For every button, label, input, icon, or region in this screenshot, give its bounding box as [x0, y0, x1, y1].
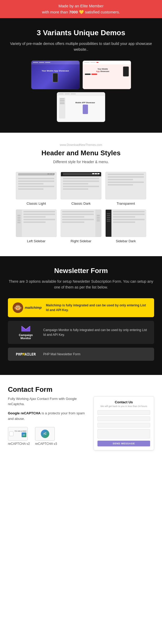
newsletter-section: Newsletter Form There are 3 options avai…	[0, 256, 162, 375]
contact-section: Contact Form Fully Working Ajax Contact …	[0, 375, 162, 461]
form-field-message	[97, 429, 150, 439]
campaign-monitor-description: Campaign Monitor is fully integrated and…	[43, 328, 149, 337]
classic-light-label: Classic Light	[16, 202, 57, 205]
recaptcha-v3-logo: rC	[41, 430, 49, 438]
menu-style-sidebar-dark[interactable]: Sidebar Dark	[105, 209, 146, 243]
variants-section: 3 Variants Unique Demos Variety of pre-m…	[0, 18, 162, 133]
recaptcha-v3-item: rC reCAPTCHA v3	[35, 427, 57, 446]
mailchimp-logo: mailchimp	[13, 302, 42, 313]
contact-title: Contact Form	[8, 385, 154, 394]
campaign-monitor-service: CampaignMonitor Campaign Monitor is full…	[8, 321, 154, 344]
menu-style-classic-light[interactable]: Classic Light	[16, 172, 57, 205]
recaptcha-v2-label: reCAPTCHA v2	[8, 442, 30, 446]
classic-dark-preview	[61, 172, 101, 199]
newsletter-description: There are 3 options available for setup …	[8, 279, 154, 290]
phpmailer-description: PHP Mail Newsletter Form	[43, 352, 149, 357]
transparent-label: Transparent	[105, 202, 146, 205]
classic-light-preview	[16, 172, 57, 199]
demo-blue-label: Your Mobile App Showcase	[42, 70, 69, 72]
demo-white-phone	[83, 105, 88, 114]
contact-form-preview: Contact Us We will get back to you in le…	[94, 396, 154, 450]
left-sidebar-label: Left Sidebar	[16, 239, 57, 243]
demo-pink-label: Your MobileApp Showcase	[85, 68, 121, 73]
top-banner: Made by an Elite Member with more than 7…	[0, 0, 162, 18]
recaptcha-v2-item: I'm not a robot rC reCAPTCHA v2	[8, 427, 30, 446]
phpmailer-logo: PHPMAILER	[13, 352, 39, 356]
newsletter-title: Newsletter Form	[8, 267, 154, 275]
contact-layout: Fully Working Ajax Contact Form with Goo…	[8, 396, 154, 450]
mailchimp-monkey-icon	[13, 302, 23, 313]
header-menu-title: Header and Menu Styles	[8, 149, 154, 157]
menu-style-right-sidebar[interactable]: Right Sidebar	[61, 209, 101, 243]
menu-style-transparent[interactable]: Transparent	[105, 172, 146, 205]
phpmailer-service: PHPMAILER PHP Mail Newsletter Form	[8, 348, 154, 361]
menu-style-classic-dark[interactable]: Classic Dark	[61, 172, 101, 205]
variants-description: Variety of pre-made demos offers multipl…	[8, 41, 154, 53]
recaptcha-info: Google reCAPTCHA is a protects your from…	[8, 411, 88, 422]
left-sidebar-preview	[16, 209, 57, 237]
demo-pink-phone	[123, 66, 129, 76]
contact-left-col: Fully Working Ajax Contact Form with Goo…	[8, 396, 88, 446]
right-sidebar-preview	[61, 209, 101, 237]
form-submit-button[interactable]: SEND MESSAGE	[97, 441, 150, 446]
banner-line2: with more than 7000 💛 satisfied customer…	[5, 9, 157, 15]
domain-label: www.DownloadNewThemes.com	[8, 143, 154, 146]
mailchimp-service: mailchimp Mailchimp is fully integrated …	[8, 298, 154, 317]
header-menu-description: Different style for Header & menu.	[8, 160, 154, 164]
demo-card-pink[interactable]: Your MobileApp Showcase	[82, 60, 131, 89]
demo-grid: Your Mobile App Showcase Your MobileApp …	[8, 60, 154, 122]
recaptcha-v3-label: reCAPTCHA v3	[35, 442, 57, 446]
menu-styles-grid: Classic Light Classic Dark	[8, 172, 154, 243]
form-field-subject	[97, 423, 150, 427]
campaign-monitor-logo: CampaignMonitor	[13, 325, 39, 340]
sidebar-dark-label: Sidebar Dark	[105, 239, 146, 243]
recaptcha-v3-box: rC	[35, 427, 55, 441]
contact-form-title: Contact Us	[97, 400, 150, 404]
contact-right-col: Contact Us We will get back to you in le…	[94, 396, 154, 450]
demo-white-label: Mobile APP Showcase	[67, 102, 103, 104]
form-field-email	[97, 416, 150, 421]
mailchimp-description: Mailchimp is fully integrated and can be…	[46, 303, 149, 312]
sidebar-dark-preview	[105, 209, 146, 237]
recaptcha-v2-box: I'm not a robot rC	[8, 427, 28, 441]
contact-form-subtitle: We will get back to you in less than 24 …	[97, 405, 150, 408]
demo-card-blue[interactable]: Your Mobile App Showcase	[31, 60, 80, 89]
menu-style-left-sidebar[interactable]: Left Sidebar	[16, 209, 57, 243]
banner-line1: Made by an Elite Member	[5, 3, 157, 9]
demo-card-white[interactable]: Mobile APP Showcase	[57, 92, 105, 122]
right-sidebar-label: Right Sidebar	[61, 239, 101, 243]
recaptcha-versions: I'm not a robot rC reCAPTCHA v2	[8, 427, 88, 446]
campaign-monitor-icon	[21, 325, 31, 332]
recaptcha-v2-checkbox	[9, 431, 13, 436]
classic-dark-label: Classic Dark	[61, 202, 101, 205]
form-field-name	[97, 410, 150, 415]
variants-title: 3 Variants Unique Demos	[8, 29, 154, 37]
transparent-preview	[105, 172, 146, 199]
header-menu-section: www.DownloadNewThemes.com Header and Men…	[0, 133, 162, 256]
demo-blue-phone	[53, 73, 58, 82]
contact-description: Fully Working Ajax Contact Form with Goo…	[8, 396, 88, 407]
phpmailer-brand-text: PHPMAILER	[16, 352, 36, 356]
campaign-monitor-label: CampaignMonitor	[13, 333, 39, 340]
